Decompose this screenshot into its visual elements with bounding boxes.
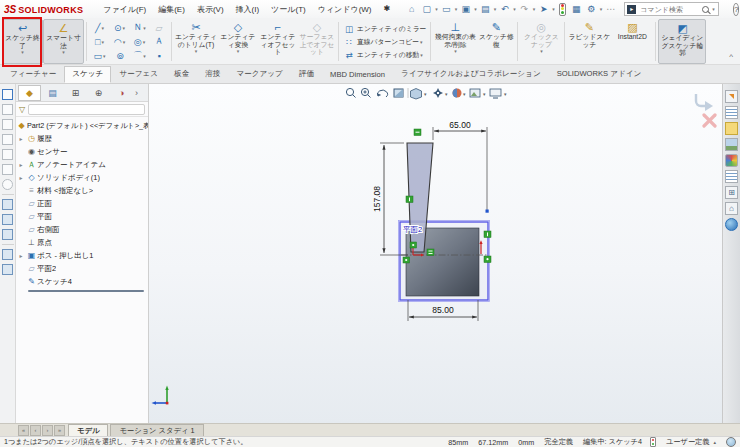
offset-entities-button[interactable]: ⌐ エンティティオフセット: [258, 19, 298, 64]
trim-entities-button[interactable]: ✂ エンティティのトリム(T) ▾: [174, 19, 218, 64]
polygon-tool[interactable]: ⊚: [110, 49, 130, 63]
shaded-sketch-contours-button[interactable]: ◩ シェイディングスケッチ輪郭: [658, 19, 706, 64]
link-views-icon[interactable]: [2, 264, 13, 275]
sketch-canvas[interactable]: 65.00 157.08 85.00 平面2: [149, 84, 722, 423]
scene-icon[interactable]: ▾: [470, 89, 486, 97]
first-tab-icon[interactable]: «: [18, 425, 29, 436]
rebuild-icon[interactable]: [559, 3, 566, 16]
sketch-relations-icon[interactable]: [2, 214, 13, 225]
tree-item-front-plane[interactable]: ▱ 正面: [16, 197, 148, 210]
new-file-icon[interactable]: ▢: [419, 4, 434, 14]
display-style-icon[interactable]: ▾: [411, 89, 428, 100]
help-icon[interactable]: ?: [733, 3, 739, 16]
fillet-tool[interactable]: ⌒▾: [130, 49, 150, 63]
next-tab-icon[interactable]: ›: [42, 425, 53, 436]
view-orientation-icon[interactable]: ▾: [433, 88, 448, 98]
isometric-view-icon[interactable]: [2, 179, 13, 190]
tab-weldments[interactable]: 溶接: [197, 66, 228, 83]
tab-lifecycle-collaboration[interactable]: ライフサイクルおよびコラボレーション: [393, 66, 549, 83]
slot-tool[interactable]: ▭▾: [90, 49, 110, 63]
menu-insert[interactable]: 挿入(I): [230, 4, 266, 15]
home-icon[interactable]: ⌂: [404, 4, 419, 14]
tree-item-sensors[interactable]: ◉ センサー: [16, 145, 148, 158]
arc-tool[interactable]: ◠▾: [110, 35, 130, 49]
options-icon[interactable]: ⚙: [584, 4, 599, 14]
appearance-icon[interactable]: ▾: [453, 89, 467, 98]
sketch-plane-tool[interactable]: ▱: [150, 21, 168, 35]
motion-study-tab[interactable]: モーション スタディ 1: [110, 424, 203, 436]
convert-entities-button[interactable]: ◇ エンティティ変換 ▾: [218, 19, 258, 64]
section-view-icon[interactable]: [394, 89, 403, 97]
search-scope-icon[interactable]: ▸: [627, 5, 636, 14]
forum-icon[interactable]: ⊞: [725, 186, 738, 199]
cancel-sketch-corner-icon[interactable]: [704, 115, 715, 126]
exit-sketch-corner-icon[interactable]: [696, 94, 713, 111]
open-file-icon[interactable]: ▭: [439, 4, 454, 14]
view-palette-icon[interactable]: [725, 138, 738, 151]
linear-pattern-button[interactable]: ∷ 直線パターンコピー▾: [343, 35, 426, 48]
menu-view[interactable]: 表示(V): [191, 4, 230, 15]
multi-view-icon[interactable]: [2, 249, 13, 260]
tab-features[interactable]: フィーチャー: [2, 66, 64, 83]
tree-item-right-plane[interactable]: ▱ 右側面: [16, 223, 148, 236]
dimension-bottom-85[interactable]: 85.00: [408, 300, 478, 321]
3dexperience-marketplace-icon[interactable]: [725, 218, 738, 231]
file-explorer-icon[interactable]: [725, 122, 738, 135]
configuration-manager-tab-icon[interactable]: ⊞: [64, 85, 87, 101]
smart-dimension-button[interactable]: ∠ スマート寸法 ▾: [43, 19, 84, 64]
dimxpert-manager-tab-icon[interactable]: ⊕: [87, 85, 110, 101]
filter-input[interactable]: [28, 104, 145, 115]
right-view-icon[interactable]: [2, 149, 13, 160]
more-tabs-icon[interactable]: ›: [135, 88, 138, 98]
menu-edit[interactable]: 編集(E): [152, 4, 191, 15]
appearances-scenes-icon[interactable]: [725, 154, 738, 167]
view-sketch-icon[interactable]: [2, 199, 13, 210]
move-entities-button[interactable]: ⇄ エンティティの移動▾: [343, 48, 426, 61]
ribbon-collapse-icon[interactable]: ^: [729, 52, 733, 61]
circle-tool[interactable]: ⊙▾: [110, 21, 130, 35]
last-tab-icon[interactable]: »: [54, 425, 65, 436]
tree-item-annotations[interactable]: ▸ Ａ アノテートアイテム: [16, 158, 148, 171]
status-globe-icon[interactable]: [726, 437, 736, 447]
display-manager-tab-icon[interactable]: ◑: [110, 85, 133, 101]
line-tool[interactable]: ╱▾: [90, 21, 110, 35]
previous-view-icon[interactable]: [377, 90, 387, 97]
normal-to-icon[interactable]: [2, 89, 13, 100]
units-selector[interactable]: ユーザー定義▴: [666, 437, 716, 447]
tab-sketch[interactable]: スケッチ: [64, 66, 111, 83]
tab-mbd-dimension[interactable]: MBD Dimension: [322, 67, 393, 83]
feature-tree-tab-icon[interactable]: ◆: [18, 85, 41, 101]
left-view-icon[interactable]: [2, 134, 13, 145]
tree-item-boss-extrude1[interactable]: ▸ ▣ ボス - 押し出し1: [16, 249, 148, 262]
rollback-bar[interactable]: [28, 290, 144, 292]
top-view-icon[interactable]: [2, 164, 13, 175]
toolbar-overflow-icon[interactable]: ⋯: [603, 4, 618, 14]
custom-properties-icon[interactable]: [725, 170, 738, 183]
tree-item-history[interactable]: ▸ ◷ 履歴: [16, 132, 148, 145]
display-relations-button[interactable]: ⊥ 幾何拘束の表示/削除 ▾: [433, 19, 477, 64]
exit-sketch-button[interactable]: ↩ スケッチ終了 ▾: [2, 19, 43, 64]
design-library-icon[interactable]: [725, 106, 738, 119]
menu-file[interactable]: ファイル(F): [97, 4, 152, 15]
mirror-entities-button[interactable]: ◫ エンティティのミラー: [343, 22, 426, 35]
save-icon[interactable]: ▣: [458, 4, 473, 14]
offset-on-surface-button[interactable]: ◇ サーフェス上でオフセット: [298, 19, 336, 64]
tree-item-top-plane[interactable]: ▱ 平面: [16, 210, 148, 223]
tree-root-part[interactable]: ◆ Part2 (デフォルト) <<デフォルト>_表示状態 1: [16, 119, 148, 132]
file-properties-icon[interactable]: ▦: [569, 4, 584, 14]
menu-tools[interactable]: ツール(T): [265, 4, 312, 15]
repair-sketch-button[interactable]: ✎ スケッチ修復: [477, 19, 515, 64]
tree-item-solid-bodies[interactable]: ▸ ◇ ソリッドボディ(1): [16, 171, 148, 184]
tab-surfaces[interactable]: サーフェス: [111, 66, 166, 83]
select-icon[interactable]: ➤: [536, 4, 551, 14]
tree-item-origin[interactable]: ⊥ 原点: [16, 236, 148, 249]
tree-item-material[interactable]: ≡ 材料 <指定なし>: [16, 184, 148, 197]
instant2d-button[interactable]: ▨ Instant2D: [611, 19, 653, 64]
search-input[interactable]: [638, 5, 700, 14]
point-tool[interactable]: ▪: [150, 49, 168, 63]
dimension-top-65[interactable]: 65.00: [433, 120, 487, 210]
tree-item-sketch4[interactable]: ✎ スケッチ4: [16, 275, 148, 288]
zoom-to-fit-icon[interactable]: [346, 88, 355, 97]
sketch-point[interactable]: [486, 210, 489, 213]
spline-tool[interactable]: Ｎ▾: [130, 21, 150, 35]
